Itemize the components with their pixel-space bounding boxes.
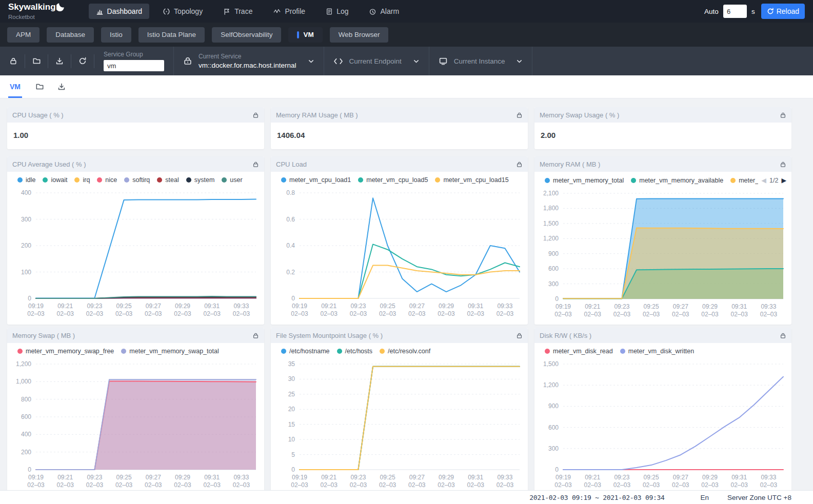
current-instance-section[interactable]: Current Instance xyxy=(429,47,533,75)
legend-item-meter-vm-memory-swap-total[interactable]: meter_vm_memory_swap_total xyxy=(121,348,219,355)
legend-dot xyxy=(730,178,736,183)
reload-button[interactable]: Reload xyxy=(761,4,805,19)
nav-item-alarm[interactable]: Alarm xyxy=(362,4,406,19)
nav-item-topology[interactable]: Topology xyxy=(155,4,210,19)
lock-icon[interactable] xyxy=(516,161,523,168)
dashboard-tab-database[interactable]: Database xyxy=(47,27,94,43)
legend-label: iowait xyxy=(51,176,67,184)
nav-item-log[interactable]: Log xyxy=(319,4,355,19)
legend-item-meter-vm-disk-written[interactable]: meter_vm_disk_written xyxy=(620,348,695,355)
legend-item-irq[interactable]: irq xyxy=(74,176,90,184)
chevron-down-icon[interactable] xyxy=(413,58,420,65)
refresh-icon[interactable] xyxy=(71,54,94,68)
legend-prev-icon[interactable]: ◀ xyxy=(761,176,766,184)
legend-dot xyxy=(186,177,191,183)
legend-next-icon[interactable]: ▶ xyxy=(781,176,786,184)
svg-text:09:33: 09:33 xyxy=(233,474,249,481)
legend-label: meter_vm_memory_available xyxy=(639,177,723,184)
dashboard-tab-selfobservability[interactable]: SelfObservability xyxy=(212,27,281,43)
svg-text:09:23: 09:23 xyxy=(614,303,629,310)
dashboard-content: CPU Usage ( % ) 1.00 Memory RAM Usage ( … xyxy=(0,98,813,495)
legend-item-meter-vm-memory-available[interactable]: meter_vm_memory_available xyxy=(631,177,723,184)
legend-item-etc-hosts[interactable]: /etc/hosts xyxy=(337,348,373,355)
legend-item-meter-vm-memory-swap-free[interactable]: meter_vm_memory_swap_free xyxy=(17,348,114,355)
svg-text:09:29: 09:29 xyxy=(175,474,190,481)
svg-text:600: 600 xyxy=(21,413,31,420)
svg-text:200: 200 xyxy=(21,242,31,249)
legend-item-meter-vm-cpu-load5[interactable]: meter_vm_cpu_load5 xyxy=(358,176,428,184)
svg-text:02–03: 02–03 xyxy=(672,481,689,489)
auto-unit-label: s xyxy=(751,8,755,15)
chevron-down-icon[interactable] xyxy=(308,58,314,65)
dashboard-tab-vm[interactable]: VM xyxy=(288,27,322,43)
svg-text:02–03: 02–03 xyxy=(408,310,426,317)
legend-item-meter-vm[interactable]: meter_vm xyxy=(730,177,758,184)
download-icon[interactable] xyxy=(57,83,66,91)
nav-item-profile[interactable]: Profile xyxy=(266,4,312,19)
brand-logo[interactable]: Skywalking Rocketbot xyxy=(8,3,64,21)
time-range-picker[interactable]: 2021-02-03 09:19 ~ 2021-02-03 09:34 xyxy=(529,494,664,501)
svg-text:0.8: 0.8 xyxy=(286,189,295,196)
card-header: Memory RAM Usage ( MB ) xyxy=(271,107,528,123)
svg-text:02–03: 02–03 xyxy=(438,310,455,317)
svg-text:1,500: 1,500 xyxy=(543,220,559,227)
lock-icon[interactable] xyxy=(252,161,259,168)
legend-item-steal[interactable]: steal xyxy=(157,176,179,184)
folder-icon[interactable] xyxy=(35,83,44,91)
svg-text:09:29: 09:29 xyxy=(439,474,454,481)
legend-item-idle[interactable]: idle xyxy=(17,176,35,184)
svg-text:02–03: 02–03 xyxy=(554,311,572,318)
legend-item-iowait[interactable]: iowait xyxy=(43,176,67,184)
server-zone-label[interactable]: Server Zone UTC +8 xyxy=(727,494,791,501)
chevron-down-icon[interactable] xyxy=(516,58,523,65)
legend-item-meter-vm-disk-read[interactable]: meter_vm_disk_read xyxy=(545,348,613,355)
lock-icon[interactable] xyxy=(2,54,25,68)
legend-item-etc-hostname[interactable]: /etc/hostname xyxy=(281,348,330,355)
lock-icon[interactable] xyxy=(252,112,259,118)
lock-icon[interactable] xyxy=(780,161,786,168)
svg-text:1,000: 1,000 xyxy=(16,378,31,385)
svg-text:02–03: 02–03 xyxy=(174,481,191,489)
folder-icon[interactable] xyxy=(25,54,48,68)
legend-item-system[interactable]: system xyxy=(186,176,215,184)
svg-text:02–03: 02–03 xyxy=(643,311,660,318)
lock-icon[interactable] xyxy=(780,112,786,118)
download-icon[interactable] xyxy=(48,54,71,68)
lock-icon[interactable] xyxy=(516,332,523,339)
dashboard-tab-istio-data-plane[interactable]: Istio Data Plane xyxy=(138,27,205,43)
svg-text:02–03: 02–03 xyxy=(57,481,74,489)
svg-text:09:23: 09:23 xyxy=(87,303,102,310)
dashboard-tab-apm[interactable]: APM xyxy=(7,27,39,43)
legend-item-nice[interactable]: nice xyxy=(97,176,117,184)
legend-item-user[interactable]: user xyxy=(222,176,242,184)
legend-item-meter-vm-cpu-load1[interactable]: meter_vm_cpu_load1 xyxy=(281,176,351,184)
svg-text:02–03: 02–03 xyxy=(204,310,221,317)
auto-interval-input[interactable] xyxy=(723,5,747,18)
nav-item-dashboard[interactable]: Dashboard xyxy=(89,4,150,19)
dashboard-tab-istio[interactable]: Istio xyxy=(101,27,131,43)
current-service-section[interactable]: Current Service vm::docker.for.mac.host.… xyxy=(174,47,324,75)
legend-item-etc-resolv-conf[interactable]: /etc/resolv.conf xyxy=(380,348,430,355)
service-group-input[interactable] xyxy=(104,60,164,71)
lock-icon[interactable] xyxy=(780,332,786,339)
tab-vm[interactable]: VM xyxy=(8,75,22,98)
dashboard-tab-web-browser[interactable]: Web Browser xyxy=(330,27,389,43)
current-endpoint-section[interactable]: Current Endpoint xyxy=(324,47,429,75)
legend-label: meter_vm_memory_swap_total xyxy=(129,348,219,355)
lock-icon[interactable] xyxy=(516,112,523,118)
chart-card-cpu-average-used: CPU Average Used ( % ) idleiowaitirqnice… xyxy=(7,156,264,325)
legend-item-meter-vm-cpu-load15[interactable]: meter_vm_cpu_load15 xyxy=(435,176,508,184)
svg-text:02–03: 02–03 xyxy=(291,310,308,317)
language-selector[interactable]: En xyxy=(701,494,709,501)
svg-text:02–03: 02–03 xyxy=(554,481,572,489)
legend-item-softirq[interactable]: softirq xyxy=(124,176,150,184)
lock-icon[interactable] xyxy=(252,332,259,339)
chart-card-file-system-mountpoint-usage: File System Mountpoint Usage ( % ) /etc/… xyxy=(271,328,528,495)
svg-text:100: 100 xyxy=(21,269,31,276)
nav-item-trace[interactable]: Trace xyxy=(216,4,260,19)
svg-text:02–03: 02–03 xyxy=(86,310,104,317)
legend-item-meter-vm-memory-total[interactable]: meter_vm_memory_total xyxy=(545,177,624,184)
svg-text:09:25: 09:25 xyxy=(116,474,132,481)
svg-text:02–03: 02–03 xyxy=(233,310,250,317)
legend-dot xyxy=(620,349,625,354)
